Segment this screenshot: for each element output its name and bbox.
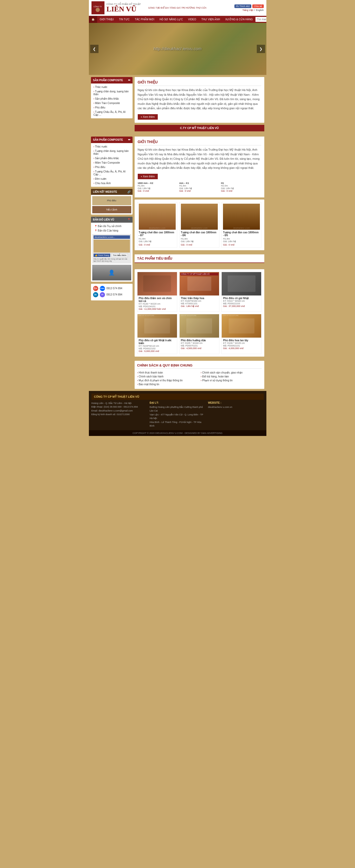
sidebar-link-thac-nuoc[interactable]: Thác nước [91,85,133,89]
policy-privacy[interactable]: Mục đích & phạm vi thu thập thông tin [137,378,198,382]
sidebar-link-tuong-chau-au[interactable]: Tượng Châu Âu, Á, Phi, AI Cập ... [91,110,133,117]
nav-tin-tuc[interactable]: TIN TỨC [117,16,132,23]
fb-follow-button[interactable]: Tìm hiểu thêm [111,253,128,257]
sidebar-link-phu-dieu[interactable]: Phù điêu [91,105,133,110]
featured-name-2: Phù điêu cô gái Nhật [223,297,260,300]
featured-kt-3: KT: H229*W110 cm [139,345,176,347]
ban-do-box: BẢN ĐỒ LIÊN VŨ 📍 Bản đồ Trụ sở chính Bản… [91,217,133,282]
featured-card-1[interactable]: CÔNG TY CP MỸ THUẬT LIÊN VŨ Thác trần th… [179,272,219,312]
policy-return[interactable]: Đổi trả hàng, hoàn tiền [201,375,262,378]
nav-ho-so[interactable]: HỒ SƠ NĂNG LỰC [157,16,186,23]
featured-kt-1: KT: H160*W160 cm [181,300,218,302]
san-pham-links-1: Thác nước Tượng chân dung, tượng bán thâ… [91,84,133,118]
featured-kt-0: KT: H140 * W220 cm [139,303,176,305]
gplus-icon[interactable]: G+ [93,286,98,291]
nav-tac-pham-moi[interactable]: TÁC PHẨM MỚI [132,16,157,23]
nav-video[interactable]: VIDEO [186,16,199,23]
xem-them-button-2[interactable]: » Xem thêm [138,174,158,179]
fb-cover-image [94,240,130,253]
phone-2: 0913 574 894 [106,293,122,296]
policy-payment[interactable]: Hình thức thanh toán [137,371,198,375]
lien-ket-title: LIÊN KẾT WEBSITE [93,190,117,193]
policy-title: CHÍNH SÁCH & QUY ĐỊNH CHUNG [137,363,262,369]
featured-info-3: Phù điêu cô gái Nhật trước biển KT: H229… [137,338,177,354]
product-mini-price-2: Giá : 0 vnd [221,190,261,192]
viber-icon[interactable]: Vi [100,292,105,297]
ban-do-content: Bản đồ Trụ sở chính Bản đồ Cửa hàng dieu… [91,223,133,282]
fb-description: Hãy là người đầu tiên trong số bạn bè củ… [94,258,130,262]
sidebar2-link-san-pham[interactable]: Sản phẩm điêu khắc [91,156,133,160]
hero-slider: http://dieukhacl ienvu.com ❮ ❯ [89,23,266,75]
xem-them-button-1[interactable]: » Xem thêm [138,114,158,120]
product-mini-name-1: mm – K1 [179,182,219,184]
fb-action-row: 👍 Thích Trang Tìm hiểu thêm [94,253,130,257]
featured-card-3[interactable]: LION VIT SCULPTURE Phù điêu cô gái Nhật … [137,314,177,354]
intro-title-1: GIỚI THIỆU [138,80,261,86]
sidebar2-link-mam[interactable]: Mâm Trần Composite [91,160,133,165]
sidebar2-link-phu[interactable]: Phù điêu [91,165,133,169]
footer-agency3: Hòa Bình - Lê Thành Tông - P1Hồi Nghi - … [150,420,205,428]
statues-grid: dieukhaclienv u.com Tượng chơi đàn cao 1… [137,202,262,248]
sidebar-link-tuong-chan[interactable]: Tượng chân dung, tượng bán thân [91,89,133,96]
footer-company-name: CÔNG TY CP MỸ THUẬT LIÊN VŨ [94,395,139,398]
featured-card-2[interactable]: Phù điêu cô gái Nhật KT: H310 * W340 cm … [221,272,261,312]
main-nav: 🏠 GIỚI THIỆU TIN TỨC TÁC PHẨM MỚI HỒ SƠ … [89,16,266,23]
ban-do-tru-so[interactable]: Bản đồ Trụ sở chính [92,224,131,228]
product-mini-h-2: H2.0m [221,184,261,187]
footer-grid: Hoàng Liên - Q. Bắc Từ Liêm - Hà Nội Điệ… [92,401,264,428]
featured-card-0[interactable]: Phù điêu Đầm sen và chim bói cá KT: H140… [137,272,177,312]
featured-card-4[interactable]: LION VIT SCULPTURE Phù điêu hướng dừa KT… [179,314,219,354]
sidebar-1: SẢN PHẨM COMPOSITE ✏ Thác nước Tượng châ… [91,77,133,131]
statue-card-2[interactable]: dieukhaclienv u.com Tượng chơi đàn cao 1… [221,202,261,248]
footer-copyright: COPYRIGHT © 2020 DIEUKHACLIENV U.COM - D… [89,430,266,436]
statue-name-2: Tượng chơi đàn cao 1800mm - Đ5 [223,231,260,237]
hero-prev-arrow[interactable]: ❮ [90,45,98,53]
nav-xuong[interactable]: XƯỞNG & CỬA HÀNG [223,16,255,23]
statue-h-1: H1.8m [181,238,218,240]
featured-card-5[interactable]: LION VIT SCULPTURE Phù điêu hoa lan tây … [221,314,261,354]
sidebar-link-mam-tran[interactable]: Mâm Trần Composite [91,101,133,105]
lien-ket-box: LIÊN KẾT WEBSITE 🔗 Phù điêu Tiểu Cảnh [91,189,133,215]
share-button[interactable]: Chia sẻ [252,4,264,8]
product-mini-0: 1800 mm – K2 H1.8m Giá: Liên hệ Giá : 0 … [138,182,178,192]
nav-home[interactable]: 🏠 [89,16,97,23]
featured-title: TÁC PHẨM TIÊU BIỂU [135,254,264,263]
policy-shipping[interactable]: Chính sách vận chuyển, giao nhận [201,371,262,375]
svg-point-2 [96,8,100,12]
sidebar2-link-thac[interactable]: Thác nước [91,144,133,149]
featured-grid-2: LION VIT SCULPTURE Phù điêu cô gái Nhật … [137,314,262,354]
ban-do-cua-hang[interactable]: Bản đồ Cửa hàng [92,228,131,233]
lang-en[interactable]: English [256,9,264,11]
sidebar2-link-tuong2[interactable]: Tượng Châu Âu, Á, Phi, AI Cập ... [91,169,133,177]
fb-like-page-button[interactable]: 👍 Thích Trang [94,254,110,257]
section-2: SẢN PHẨM COMPOSITE ✏ Thác nước Tượng châ… [89,134,266,391]
zalo-icon[interactable]: Zalo [100,286,105,291]
product-mini-name-2: H1 [221,182,261,184]
featured-kt-2: KT: H310 * W340 cm [223,300,260,302]
search-input[interactable] [255,17,266,22]
logo-text: CÔNG TY CỔ PHẦN MỸ THUẬT LIÊN VŨ [106,3,141,13]
sidebar2-link-tuong[interactable]: Tượng chân dung, tượng bán thân [91,149,133,156]
hero-url-text: http://dieukhacl ienvu.com [154,46,202,51]
sidebar-2: SẢN PHẨM COMPOSITE ✏ Thác nước Tượng châ… [91,136,133,389]
statue-card-1[interactable]: dieukhaclienv u.com Tượng chơi đàn cao 1… [179,202,219,248]
featured-price-3: Giá : 9,000,000 vnd [139,350,176,352]
footer-agency: ĐẠI LÝ: Đường Hoàng Liên phường Bắc Cườn… [150,401,205,428]
statue-card-0[interactable]: dieukhaclienv u.com Tượng chơi đàn cao 1… [137,202,177,248]
policy-warranty[interactable]: Chính sách bảo hành [137,375,198,378]
nav-gioi-thieu[interactable]: GIỚI THIỆU [97,16,117,23]
hero-next-arrow[interactable]: ❯ [257,45,265,53]
sidebar2-link-den[interactable]: Đèn vườn [91,177,133,181]
featured-img-3: LION VIT SCULPTURE [137,314,177,338]
company-watermark: CÔNG TY CP MỸ THUẬT LIÊN VŨ [180,273,218,275]
product-mini-price-label-1: Giá: Liên hệ [179,187,219,190]
sidebar-link-san-pham[interactable]: Sản phẩm điêu khắc [91,96,133,101]
policy-data-use[interactable]: Phạm vi sử dụng thông tin [201,378,262,382]
policy-security[interactable]: Bảo mật thông tin [137,382,198,386]
linkedin-icon[interactable]: in [93,292,98,297]
sidebar2-link-chiu[interactable]: Chiu hoa Ánh [91,181,133,185]
facebook-like-button[interactable]: Fb Thích 462 [234,4,251,8]
statue-price-0: Giá : 0 vnd [139,244,176,246]
lang-vi[interactable]: Tiếng Việt [242,9,253,11]
nav-thu-vien[interactable]: THƯ VIỆN ẢNH [199,16,223,23]
